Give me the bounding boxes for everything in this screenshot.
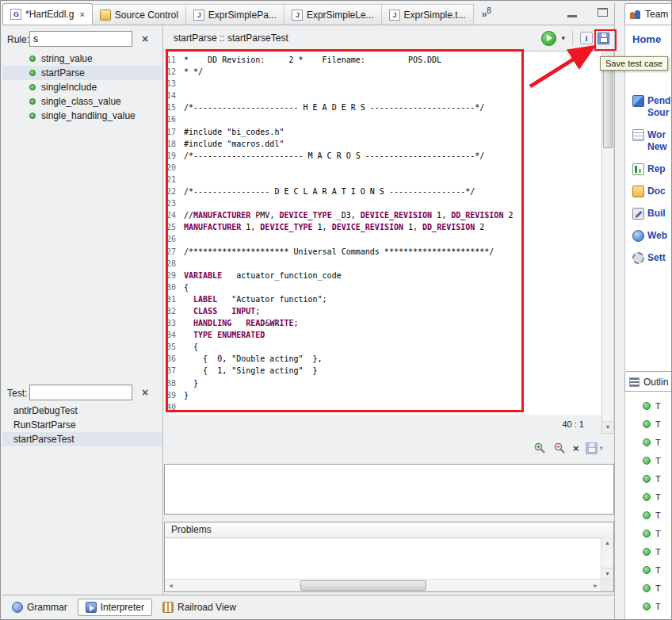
outline-item[interactable]: T [625,415,672,433]
close-icon[interactable]: × [79,10,84,19]
scrollbar-track[interactable] [177,580,590,591]
outline-item[interactable]: T [625,488,672,506]
magnifier-plus-icon[interactable] [533,442,546,454]
editor-tab[interactable]: *HartEddl.g × [2,3,93,25]
interpreter-title: startParse :: startParseTest [174,33,288,44]
scroll-up-arrow[interactable]: ▲ [601,538,613,549]
editor-tab[interactable]: ExprSimple.t... [382,4,474,25]
rule-bullet-icon [29,55,36,62]
scrollbar-corner [601,579,613,591]
team-home-item[interactable]: Buil [632,208,670,220]
team-item-label: Sett [647,252,666,264]
problems-vertical-scrollbar[interactable]: ▲ ▼ [601,538,613,580]
outline-item[interactable]: T [625,469,672,488]
view-tab[interactable]: Grammar [4,599,75,616]
editor-line: 18#include "macros.ddl" [164,138,601,150]
line-number: 27 [164,246,184,258]
team-home-link[interactable]: Home [632,33,661,45]
editor-line: 27/********************* Universal Comma… [164,246,601,258]
rule-bullet-icon [29,98,36,105]
view-tab[interactable]: Railroad View [155,599,244,616]
tab-label: ExprSimpleLe... [307,10,374,21]
test-list-item[interactable]: RunStartParse [2,418,162,432]
outline-item[interactable]: T [625,597,672,615]
scrollbar-thumb[interactable] [603,63,613,148]
rule-list-item[interactable]: startParse [2,66,162,80]
team-tab-label: Team [645,9,668,20]
view-tab[interactable]: Interpreter [78,599,152,616]
line-number: 34 [164,329,184,341]
tab-overflow-count: 8 [487,6,491,15]
tab-overflow-chevron[interactable]: »8 [482,6,491,20]
problems-horizontal-scrollbar[interactable]: ◄ ► [165,579,601,591]
rule-list-item[interactable]: single_handling_value [2,109,162,123]
line-number: 12 [164,66,184,78]
team-item-icon [632,129,644,141]
tab-team[interactable]: Team [624,3,672,25]
code-editor[interactable]: 11* DD Revision: 2 * Filename: POS.DDL12… [164,51,601,415]
team-home-item[interactable]: Web [632,230,670,242]
team-home-item[interactable]: Pend Sour [632,95,670,119]
pane-divider[interactable] [162,25,163,595]
rule-list-item[interactable]: singleInclude [2,80,162,94]
run-button[interactable] [541,31,556,46]
outline-item[interactable]: T [625,542,672,561]
scroll-down-arrow[interactable]: ▼ [601,568,613,580]
line-number: 17 [164,126,184,138]
outline-item-label: T [655,401,661,411]
code-line: { [184,281,189,293]
editor-line: 29VARIABLE actuator_function_code [164,270,601,281]
rule-list-item[interactable]: string_value [2,52,162,66]
editor-tab[interactable]: ExprSimplePa... [186,4,284,25]
outline-item[interactable]: T [625,396,672,415]
save-result-button[interactable]: ▾ [586,442,603,454]
outline-item[interactable]: T [625,579,672,597]
test-filter-input[interactable] [29,385,132,400]
maximize-icon[interactable] [598,8,608,17]
team-home-item[interactable]: Rep [632,163,670,175]
file-icon [10,9,21,20]
outline-item[interactable]: T [625,561,672,579]
editor-line: 21 [164,174,601,186]
toolbar-separator [572,31,573,45]
scroll-down-arrow[interactable]: ▼ [602,421,613,433]
run-dropdown-caret-icon[interactable]: ▾ [561,34,565,42]
outline-item[interactable]: T [625,506,672,524]
save-test-case-button[interactable] [598,33,609,44]
editor-line: 32 CLASS INPUT; [164,305,601,317]
outline-item[interactable]: T [625,524,672,542]
scroll-right-arrow[interactable]: ► [590,583,601,588]
team-home-item[interactable]: Wor New [632,129,670,153]
editor-tab[interactable]: ExprSimpleLe... [284,4,382,25]
test-list-item[interactable]: startParseTest [2,432,162,446]
team-home-item[interactable]: Doc [632,186,670,197]
outline-item-label: T [655,529,661,538]
right-pane-sash[interactable] [614,3,625,620]
code-line: } [184,389,189,401]
editor-line: 11* DD Revision: 2 * Filename: POS.DDL [164,54,601,66]
test-list-item[interactable]: antlrDebugTest [2,404,162,418]
clear-test-filter-icon[interactable]: × [139,386,151,399]
editor-tab[interactable]: Source Control [93,4,186,25]
info-icon[interactable]: i [580,32,593,44]
line-number: 15 [164,101,184,113]
clear-rule-filter-icon[interactable]: × [139,33,151,45]
magnifier-minus-icon[interactable] [553,442,566,454]
scrollbar-thumb[interactable] [300,580,426,591]
editor-vertical-scrollbar[interactable]: ▲ ▼ [601,51,614,434]
editor-line: 17#include "bi_codes.h" [164,126,601,138]
outline-item[interactable]: T [625,451,672,469]
outline-item[interactable]: T [625,433,672,451]
rule-name: singleInclude [41,82,97,93]
code-line: { [184,341,198,353]
tab-outline[interactable]: Outlin [624,371,672,392]
remove-icon[interactable]: × [573,442,579,454]
rule-list-item[interactable]: single_class_value [2,94,162,109]
line-number: 30 [164,281,184,293]
minimize-icon[interactable] [567,8,577,17]
scroll-left-arrow[interactable]: ◄ [165,583,177,588]
team-item-sublabel: Sour [647,107,670,119]
rule-filter-input[interactable] [29,31,132,47]
rule-bullet-icon [29,70,36,76]
team-home-item[interactable]: Sett [632,252,670,264]
